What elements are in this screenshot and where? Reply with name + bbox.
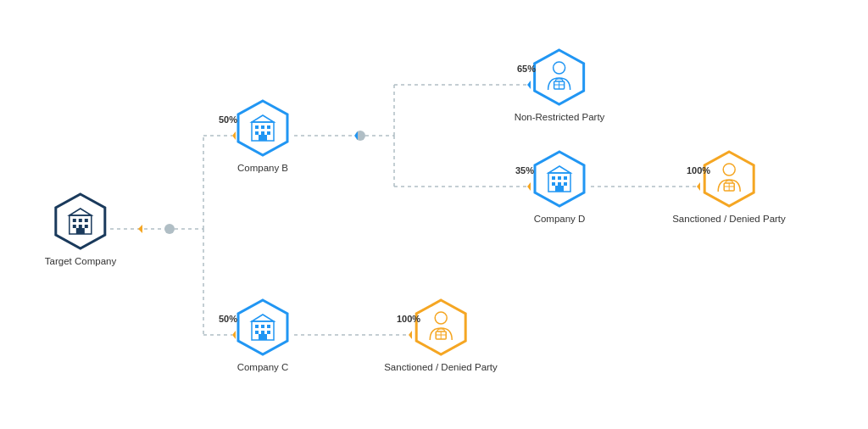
- node-company-c: Company C: [233, 298, 292, 372]
- svg-point-70: [723, 164, 735, 176]
- svg-rect-64: [552, 182, 555, 186]
- svg-rect-62: [558, 176, 561, 180]
- svg-rect-52: [259, 334, 267, 340]
- hexagon-non-restricted: [530, 47, 589, 107]
- svg-rect-26: [73, 219, 76, 222]
- svg-marker-54: [535, 50, 584, 104]
- svg-point-55: [554, 62, 565, 74]
- svg-rect-40: [261, 131, 264, 135]
- svg-rect-47: [261, 325, 264, 328]
- node-sanctioned-b: Sanctioned / Denied Party: [672, 149, 786, 224]
- svg-rect-29: [73, 225, 76, 228]
- hexagon-sanctioned-b: [699, 149, 759, 209]
- svg-marker-69: [704, 152, 754, 206]
- svg-rect-61: [552, 176, 555, 180]
- hexagon-target: [51, 192, 110, 251]
- svg-marker-33: [70, 209, 92, 215]
- svg-rect-27: [79, 219, 82, 222]
- svg-rect-32: [76, 228, 85, 234]
- svg-rect-66: [564, 182, 567, 186]
- svg-rect-48: [267, 325, 270, 328]
- hexagon-company-c: [233, 298, 292, 357]
- svg-point-8: [355, 131, 365, 141]
- node-company-b: Company B: [233, 98, 292, 173]
- svg-rect-38: [267, 125, 270, 129]
- svg-rect-63: [564, 176, 567, 180]
- svg-rect-28: [85, 219, 88, 222]
- svg-rect-39: [255, 131, 259, 135]
- svg-rect-31: [85, 225, 88, 228]
- svg-rect-49: [255, 331, 259, 334]
- svg-marker-22: [138, 225, 142, 233]
- svg-rect-41: [267, 131, 270, 135]
- hexagon-company-d: [530, 149, 589, 209]
- node-target: Target Company: [45, 192, 116, 266]
- svg-marker-68: [548, 166, 570, 173]
- percentage-company-c: 50%: [219, 314, 237, 324]
- hexagon-company-b: [233, 98, 292, 158]
- svg-rect-65: [558, 182, 561, 186]
- svg-marker-74: [416, 300, 465, 354]
- percentage-company-b: 50%: [219, 114, 237, 125]
- svg-point-75: [435, 312, 447, 324]
- svg-rect-30: [79, 225, 82, 228]
- hexagon-sanctioned-c: [411, 298, 470, 357]
- svg-rect-37: [261, 125, 264, 129]
- svg-point-1: [164, 224, 175, 234]
- svg-marker-53: [252, 315, 274, 321]
- svg-rect-50: [261, 331, 264, 334]
- svg-rect-42: [259, 135, 267, 141]
- node-company-d: Company D: [530, 149, 589, 224]
- node-sanctioned-c: Sanctioned / Denied Party: [384, 298, 498, 372]
- svg-rect-46: [255, 325, 259, 328]
- svg-rect-51: [267, 331, 270, 334]
- diagram-canvas: Target Company Company B 50%: [0, 0, 868, 429]
- percentage-sanctioned-b: 100%: [687, 165, 710, 176]
- svg-marker-43: [252, 115, 274, 122]
- svg-marker-23: [354, 131, 358, 140]
- percentage-sanctioned-c: 100%: [397, 314, 420, 324]
- svg-rect-36: [255, 125, 259, 129]
- node-non-restricted: Non-Restricted Party: [515, 47, 605, 122]
- percentage-non-restricted: 65%: [517, 64, 536, 74]
- percentage-company-d: 35%: [515, 165, 534, 176]
- svg-rect-67: [555, 186, 564, 192]
